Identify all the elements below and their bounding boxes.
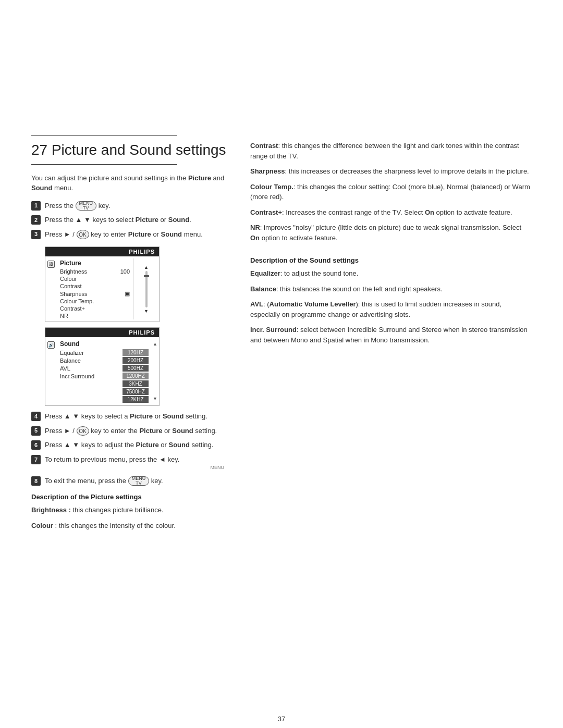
sharpness-desc: Sharpness: this increases or decreases t… [250, 166, 532, 177]
slider-top-label: ▲ [144, 265, 149, 270]
page-container: 27 Picture and Sound settings You can ad… [0, 0, 563, 728]
colour-desc: Colour : this changes the intensity of t… [31, 521, 229, 531]
picture-item-sharpness: Sharpness ▣ [57, 290, 133, 298]
step-3-number: 3 [31, 230, 41, 239]
step-8-number: 8 [31, 476, 41, 486]
intro-text: You can adjust the picture and sound set… [31, 173, 229, 193]
picture-item-contrastplus: Contrast+ [57, 305, 133, 312]
chapter-number: 27 [31, 142, 47, 158]
picture-menu-sidebar: 🖼 [45, 258, 57, 319]
picture-item-colour: Colour [57, 275, 133, 282]
colourtemp-desc: Colour Temp.: this changes the colour se… [250, 182, 532, 202]
menu-tv-key-1: MENUTV [76, 201, 97, 211]
picture-item-nr: NR [57, 312, 133, 319]
chapter-heading: 27 Picture and Sound settings [31, 141, 229, 159]
picture-settings-heading: Description of the Picture settings [31, 493, 229, 501]
equalizer-desc: Equalizer: to adjust the sound tone. [250, 268, 532, 279]
incr-surround-desc: Incr. Surround: select between Incredibl… [250, 325, 532, 345]
step-2-text: Press the ▲ ▼ keys to select Picture or … [45, 215, 229, 225]
step-6-text: Press ▲ ▼ keys to adjust the Picture or … [45, 440, 229, 450]
step-7-number: 7 [31, 455, 41, 464]
sound-item-avl: AVL 500HZ [57, 364, 152, 372]
sound-settings-heading: Description of the Sound settings [250, 251, 532, 264]
chapter-title: Picture and Sound settings [52, 142, 226, 158]
step-3: 3 Press ► / OK key to enter Picture or S… [31, 229, 229, 240]
step-4-text: Press ▲ ▼ keys to select a Picture or So… [45, 411, 229, 422]
step-1-number: 1 [31, 201, 41, 211]
eq-120hz: 120HZ [123, 349, 149, 356]
eq-1200hz: 1200HZ [123, 373, 149, 379]
sound-item-equalizer: Equalizer 120HZ [57, 349, 152, 356]
step-2: 2 Press the ▲ ▼ keys to select Picture o… [31, 215, 229, 225]
content-area: 27 Picture and Sound settings You can ad… [0, 135, 563, 705]
step-6: 6 Press ▲ ▼ keys to adjust the Picture o… [31, 440, 229, 450]
right-column: Contrast: this changes the difference be… [250, 135, 532, 705]
step-list-2: 4 Press ▲ ▼ keys to select a Picture or … [31, 411, 229, 486]
eq-200hz: 200HZ [123, 357, 149, 364]
left-column: 27 Picture and Sound settings You can ad… [31, 135, 229, 705]
step-5-number: 5 [31, 426, 41, 436]
picture-item-brightness: Brightness 100 [57, 268, 133, 275]
balance-desc: Balance: this balances the sound on the … [250, 284, 532, 294]
step-1: 1 Press the MENUTV key. [31, 201, 229, 211]
page-number-bar: 37 [0, 705, 563, 728]
contrast-desc: Contrast: this changes the difference be… [250, 141, 532, 161]
sound-item-3khz: 3KHZ [57, 380, 152, 388]
eq-12khz: 12KHZ [123, 396, 149, 403]
eq-3khz: 3KHZ [123, 380, 149, 387]
sound-category-label: Sound [57, 339, 152, 349]
top-whitespace [0, 0, 563, 135]
step-1-text: Press the MENUTV key. [45, 201, 229, 211]
picture-menu-icon: 🖼 [47, 261, 55, 268]
picture-item-colourtemp: Colour Temp. [57, 298, 133, 305]
sound-item-balance: Balance 200HZ [57, 356, 152, 364]
step-8-text: To exit the menu, press the MENUTV key. [45, 476, 229, 486]
eq-500hz: 500HZ [123, 365, 149, 372]
sound-item-12khz: 12KHZ [57, 396, 152, 403]
picture-menu-brand: PHILIPS [45, 247, 159, 256]
step-6-number: 6 [31, 440, 41, 450]
top-divider [31, 135, 177, 136]
picture-menu-items: Picture Brightness 100 Colour Contrast [57, 258, 133, 319]
ok-key-3: OK [77, 230, 89, 239]
page-number: 37 [278, 715, 285, 723]
ok-key-5: OK [77, 426, 89, 436]
step-8: 8 To exit the menu, press the MENUTV key… [31, 476, 229, 486]
sound-item-incr: Incr.Surround 1200HZ [57, 372, 152, 380]
picture-menu-screenshot: PHILIPS 🖼 Picture Brightness 100 Colour [45, 246, 160, 322]
step-5-text: Press ► / OK key to enter the Picture or… [45, 426, 229, 436]
brightness-desc: Brightness : this changes picture brilli… [31, 505, 229, 515]
step-3-text: Press ► / OK key to enter Picture or Sou… [45, 229, 229, 240]
avl-desc: AVL: (Automatic Volume Leveller): this i… [250, 299, 532, 319]
sound-menu-screenshot: PHILIPS 🔊 Sound Equalizer 120HZ Balance [45, 327, 160, 406]
step-7: 7 To return to previous menu, press the … [31, 454, 229, 472]
slider-thumb [144, 275, 149, 277]
picture-menu-body: 🖼 Picture Brightness 100 Colour [45, 256, 159, 322]
slider-track [145, 271, 148, 307]
scroll-down-arrow: ▼ [153, 396, 158, 401]
sound-scroll-arrows: ▲ ▼ [152, 339, 159, 403]
step-4-number: 4 [31, 412, 41, 421]
picture-category-label: Picture [57, 258, 133, 268]
slider-bottom-label: ▼ [144, 309, 149, 314]
sound-menu-sidebar: 🔊 [45, 339, 57, 403]
step-4: 4 Press ▲ ▼ keys to select a Picture or … [31, 411, 229, 422]
sound-menu-brand: PHILIPS [45, 328, 159, 337]
contrastplus-desc: Contrast+: Increases the contrast range … [250, 207, 532, 218]
sound-menu-icon: 🔊 [47, 341, 55, 349]
step-7-text: To return to previous menu, press the ◄ … [45, 454, 229, 472]
sound-item-7500hz: 7500HZ [57, 388, 152, 396]
picture-slider-area: ▲ ▼ [133, 258, 159, 319]
menu-tv-key-8: MENUTV [128, 476, 150, 486]
step-2-number: 2 [31, 215, 41, 225]
step-5: 5 Press ► / OK key to enter the Picture … [31, 426, 229, 436]
scroll-up-arrow: ▲ [153, 341, 158, 347]
sound-menu-body: 🔊 Sound Equalizer 120HZ Balance 200HZ [45, 337, 159, 405]
bottom-divider [31, 164, 177, 165]
eq-7500hz: 7500HZ [123, 388, 149, 395]
picture-item-contrast: Contrast [57, 282, 133, 290]
sound-menu-items: Sound Equalizer 120HZ Balance 200HZ AVL … [57, 339, 152, 403]
nr-desc: NR: improves "noisy" picture (little dot… [250, 223, 532, 243]
step-list: 1 Press the MENUTV key. 2 Press the ▲ ▼ … [31, 201, 229, 240]
